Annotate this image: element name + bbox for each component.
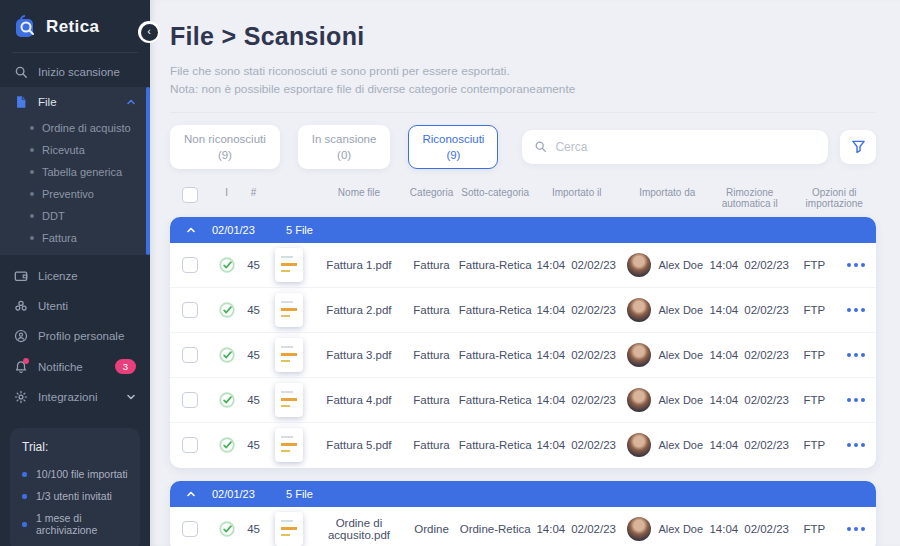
removal-time: 14:04 — [707, 523, 741, 535]
imported-date: 02/02/23 — [568, 523, 620, 535]
select-all-checkbox[interactable] — [182, 187, 198, 203]
sidebar-item-inizio-scansione[interactable]: Inizio scansione — [0, 57, 150, 87]
tab-riconosciuti[interactable]: Riconosciuti (9) — [408, 125, 498, 169]
document-thumbnail-icon — [275, 293, 303, 327]
search-input[interactable] — [555, 140, 816, 154]
file-category: Fattura — [407, 304, 457, 316]
tab-count: (0) — [312, 147, 377, 163]
table-header: I # Nome file Categoria Sotto-categoria … — [170, 182, 876, 217]
filter-funnel-icon — [851, 139, 866, 154]
document-thumbnail-icon — [275, 248, 303, 282]
sidebar-item-label: File — [38, 96, 57, 108]
import-option: FTP — [792, 394, 836, 406]
sidebar-subitem-tabella-generica[interactable]: Tabella generica — [0, 161, 150, 183]
imported-by-name: Alex Doe — [658, 394, 703, 406]
tab-label: Riconosciuti — [422, 131, 484, 147]
bullet-icon — [22, 522, 27, 527]
more-options-icon[interactable] — [854, 443, 858, 447]
wallet-icon — [14, 269, 28, 283]
app-window: Retica Inizio scansione File — [0, 0, 900, 546]
document-thumbnail-icon — [275, 383, 303, 417]
sidebar-section-file: File Ordine di acquisto Ricevuta Tabella… — [0, 87, 150, 255]
recognized-check-icon — [218, 520, 236, 538]
search-row — [522, 130, 876, 164]
sidebar-subitem-label: Tabella generica — [42, 166, 122, 178]
more-options-icon[interactable] — [854, 527, 858, 531]
more-options-icon[interactable] — [854, 398, 858, 402]
recognized-check-icon — [218, 436, 236, 454]
row-checkbox[interactable] — [182, 347, 198, 363]
scan-search-icon — [14, 65, 28, 79]
sidebar-item-label: Notifiche — [38, 361, 83, 373]
sidebar-item-profilo-personale[interactable]: Profilo personale — [0, 321, 150, 351]
row-checkbox[interactable] — [182, 302, 198, 318]
table-row: 45 Fattura 2.pdf Fattura Fattura-Retica … — [170, 288, 876, 333]
table-row: 45 Ordine di acqusito.pdf Ordine Ordine-… — [170, 507, 876, 546]
recognized-check-icon — [218, 391, 236, 409]
file-subcategory: Fattura-Retica — [456, 439, 534, 451]
sidebar-item-notifiche[interactable]: Notifiche 3 — [0, 351, 150, 382]
more-options-icon[interactable] — [854, 263, 858, 267]
removal-time: 14:04 — [707, 349, 741, 361]
imported-by-name: Alex Doe — [658, 304, 703, 316]
imported-date: 02/02/23 — [568, 259, 620, 271]
tab-in-scansione[interactable]: In scansione (0) — [298, 125, 391, 169]
file-category: Fattura — [407, 439, 457, 451]
file-group-card: 02/01/23 5 File 45 Fattura 1.pdf Fattura… — [170, 217, 876, 468]
group-file-count: 5 File — [286, 488, 313, 500]
sidebar-item-licenze[interactable]: Licenze — [0, 261, 150, 291]
column-header-imported: Importato il — [534, 187, 620, 198]
row-checkbox[interactable] — [182, 437, 198, 453]
table-row: 45 Fattura 1.pdf Fattura Fattura-Retica … — [170, 243, 876, 288]
import-option: FTP — [792, 304, 836, 316]
bullet-icon — [30, 192, 34, 196]
tab-non-riconosciuti[interactable]: Non riconosciuti (9) — [170, 125, 280, 169]
row-checkbox[interactable] — [182, 392, 198, 408]
imported-time: 14:04 — [534, 439, 568, 451]
file-subcategory: Fattura-Retica — [456, 394, 534, 406]
chevron-up-icon[interactable] — [186, 225, 196, 235]
row-checkbox[interactable] — [182, 257, 198, 273]
trial-card: Trial: 10/100 file importati 1/3 utenti … — [10, 428, 140, 546]
sidebar-item-file[interactable]: File — [0, 87, 150, 117]
recognized-check-icon — [218, 256, 236, 274]
sidebar-subitem-ordine-di-acquisto[interactable]: Ordine di acquisto — [0, 117, 150, 139]
sidebar-subitem-fattura[interactable]: Fattura — [0, 227, 150, 249]
table-row: 45 Fattura 3.pdf Fattura Fattura-Retica … — [170, 333, 876, 378]
trial-item-files: 10/100 file importati — [22, 463, 128, 485]
sidebar-item-label: Licenze — [38, 270, 78, 282]
gear-icon — [14, 390, 28, 404]
imported-time: 14:04 — [534, 394, 568, 406]
notification-dot — [23, 358, 29, 364]
sidebar: Retica Inizio scansione File — [0, 0, 150, 546]
row-number: 45 — [240, 304, 268, 316]
group-header-bar[interactable]: 02/01/23 5 File — [170, 217, 876, 243]
file-category: Ordine — [407, 523, 457, 535]
trial-item-users: 1/3 utenti invitati — [22, 485, 128, 507]
chevron-down-icon[interactable] — [126, 392, 136, 402]
row-checkbox[interactable] — [182, 521, 198, 537]
chevron-up-icon[interactable] — [186, 489, 196, 499]
chevron-up-icon[interactable] — [126, 97, 136, 107]
filter-button[interactable] — [840, 130, 876, 164]
removal-date: 02/02/23 — [741, 523, 793, 535]
sidebar-item-integrazioni[interactable]: Integrazioni — [0, 382, 150, 412]
group-header-bar[interactable]: 02/01/23 5 File — [170, 481, 876, 507]
sidebar-subitem-label: Fattura — [42, 232, 77, 244]
sidebar-subitem-ricevuta[interactable]: Ricevuta — [0, 139, 150, 161]
removal-date: 02/02/23 — [741, 439, 793, 451]
user-avatar — [627, 298, 651, 322]
more-options-icon[interactable] — [854, 353, 858, 357]
group-date: 02/01/23 — [212, 224, 270, 236]
search-box[interactable] — [522, 130, 828, 164]
row-number: 45 — [240, 349, 268, 361]
sidebar-item-utenti[interactable]: Utenti — [0, 291, 150, 321]
bullet-icon — [22, 472, 27, 477]
sidebar-subitem-ddt[interactable]: DDT — [0, 205, 150, 227]
file-name: Ordine di acqusito.pdf — [311, 517, 406, 541]
sidebar-subitem-preventivo[interactable]: Preventivo — [0, 183, 150, 205]
table-groups: 02/01/23 5 File 45 Fattura 1.pdf Fattura… — [170, 217, 876, 546]
user-avatar — [627, 253, 651, 277]
more-options-icon[interactable] — [854, 308, 858, 312]
sidebar-collapse-button[interactable]: ‹ — [138, 21, 160, 43]
